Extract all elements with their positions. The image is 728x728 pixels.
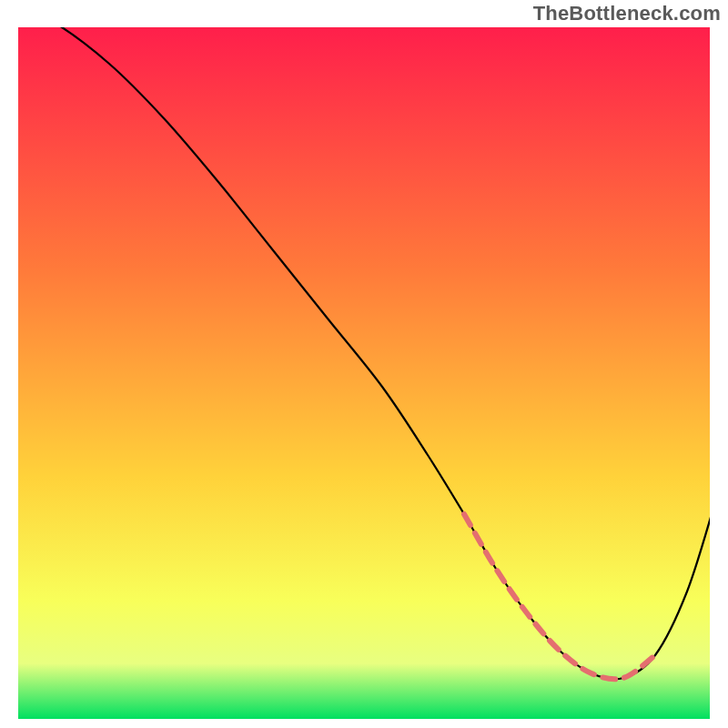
chart-root: TheBottleneck.com: [0, 0, 728, 728]
chart-canvas: [0, 0, 728, 728]
chart-background: [18, 27, 710, 719]
watermark-text: TheBottleneck.com: [533, 2, 721, 25]
